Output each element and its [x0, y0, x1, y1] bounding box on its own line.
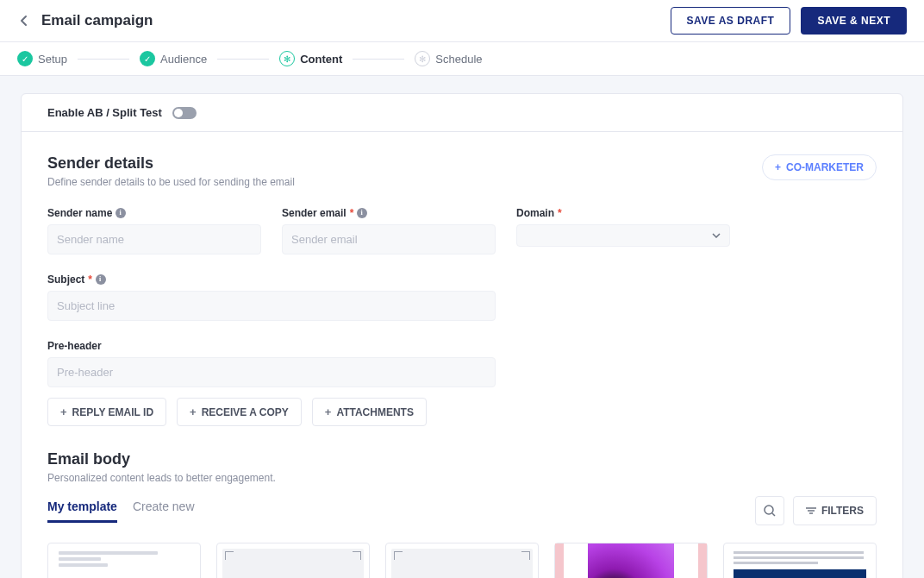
gear-icon: ✻ [279, 51, 295, 66]
check-icon: ✓ [17, 51, 33, 66]
svg-line-1 [772, 513, 775, 516]
step-label: Audience [160, 53, 207, 66]
preheader-label: Pre-header [47, 340, 496, 352]
sender-email-label: Sender email * [282, 207, 496, 219]
step-schedule[interactable]: ✻ Schedule [415, 51, 482, 66]
info-icon[interactable] [96, 274, 106, 285]
label-text: Sender name [47, 207, 112, 219]
back-button[interactable] [17, 14, 31, 28]
step-connector [353, 59, 404, 60]
filter-icon [806, 506, 816, 515]
body-tabs: My template Create new FILTERS [47, 496, 877, 525]
step-content[interactable]: ✻ Content [279, 51, 342, 66]
ab-test-row: Enable AB / Split Test [22, 94, 902, 132]
preheader-input[interactable] [47, 357, 496, 387]
action-chips: + REPLY EMAIL ID + RECEIVE A COPY + ATTA… [47, 398, 877, 426]
plus-icon: + [190, 405, 197, 418]
step-audience[interactable]: ✓ Audience [140, 51, 207, 66]
subject-label: Subject * [47, 273, 496, 286]
sender-title: Sender details [47, 154, 295, 173]
search-button[interactable] [755, 496, 784, 525]
step-connector [78, 59, 129, 60]
ab-test-toggle[interactable] [172, 107, 197, 119]
search-icon [763, 504, 777, 518]
attachments-button[interactable]: + ATTACHMENTS [312, 398, 427, 426]
step-label: Schedule [435, 53, 482, 66]
plus-icon: + [775, 161, 781, 173]
sender-subtitle: Define sender details to be used for sen… [47, 176, 295, 188]
label-text: Subject [47, 273, 84, 286]
topbar-left: Email campaign [17, 12, 153, 29]
ab-test-label: Enable AB / Split Test [47, 106, 162, 119]
field-subject: Subject * [47, 273, 496, 321]
sender-name-input[interactable] [47, 224, 261, 254]
step-setup[interactable]: ✓ Setup [17, 51, 67, 66]
page-body: Enable AB / Split Test Sender details De… [0, 76, 924, 578]
info-icon[interactable] [357, 208, 367, 218]
body-subtitle: Personalized content leads to better eng… [47, 472, 877, 484]
step-connector [217, 59, 269, 60]
page-title: Email campaign [41, 12, 153, 29]
gear-icon: ✻ [415, 51, 430, 66]
field-sender-email: Sender email * [282, 207, 496, 254]
tab-create-new[interactable]: Create new [133, 499, 195, 523]
template-grid [47, 543, 877, 578]
label-text: Domain [516, 207, 554, 219]
chip-label: ATTACHMENTS [336, 406, 414, 418]
co-marketer-button[interactable]: + CO-MARKETER [762, 154, 877, 180]
template-card[interactable] [216, 543, 370, 578]
filters-label: FILTERS [821, 505, 864, 517]
step-label: Setup [38, 53, 67, 66]
sender-email-input[interactable] [282, 224, 496, 254]
check-icon: ✓ [140, 51, 155, 66]
info-icon[interactable] [116, 208, 126, 218]
save-and-next-button[interactable]: SAVE & NEXT [801, 7, 907, 35]
email-body-section: Email body Personalized content leads to… [47, 450, 877, 578]
domain-select[interactable] [516, 224, 730, 247]
topbar: Email campaign SAVE AS DRAFT SAVE & NEXT [0, 0, 924, 42]
content-inner: Sender details Define sender details to … [22, 132, 902, 578]
chevron-down-icon [712, 233, 721, 238]
field-domain: Domain * [516, 207, 730, 254]
label-text: Pre-header [47, 340, 102, 352]
step-label: Content [300, 53, 342, 66]
tab-my-template[interactable]: My template [47, 499, 117, 523]
chip-label: REPLY EMAIL ID [72, 406, 153, 418]
co-marketer-label: CO-MARKETER [786, 161, 864, 173]
template-card[interactable] [385, 543, 539, 578]
domain-label: Domain * [516, 207, 730, 219]
required-marker: * [558, 207, 562, 219]
save-as-draft-button[interactable]: SAVE AS DRAFT [671, 7, 791, 35]
plus-icon: + [325, 405, 332, 418]
template-card[interactable] [554, 543, 708, 578]
content-card: Enable AB / Split Test Sender details De… [21, 93, 903, 578]
stepper: ✓ Setup ✓ Audience ✻ Content ✻ Schedule [0, 42, 924, 76]
sender-section-head: Sender details Define sender details to … [47, 154, 877, 188]
sender-name-label: Sender name [47, 207, 261, 219]
template-card[interactable] [47, 543, 201, 578]
chevron-left-icon [17, 14, 31, 28]
reply-email-id-button[interactable]: + REPLY EMAIL ID [47, 398, 166, 426]
body-title: Email body [47, 450, 877, 468]
required-marker: * [350, 207, 354, 219]
plus-icon: + [60, 405, 67, 418]
chip-label: RECEIVE A COPY [202, 406, 289, 418]
field-sender-name: Sender name [47, 207, 261, 254]
label-text: Sender email [282, 207, 346, 219]
filters-button[interactable]: FILTERS [793, 496, 877, 525]
receive-copy-button[interactable]: + RECEIVE A COPY [177, 398, 302, 426]
field-preheader: Pre-header [47, 340, 496, 387]
topbar-actions: SAVE AS DRAFT SAVE & NEXT [671, 7, 907, 35]
template-card[interactable] [723, 543, 877, 578]
svg-point-0 [765, 506, 773, 514]
subject-input[interactable] [47, 291, 496, 321]
required-marker: * [88, 273, 92, 286]
